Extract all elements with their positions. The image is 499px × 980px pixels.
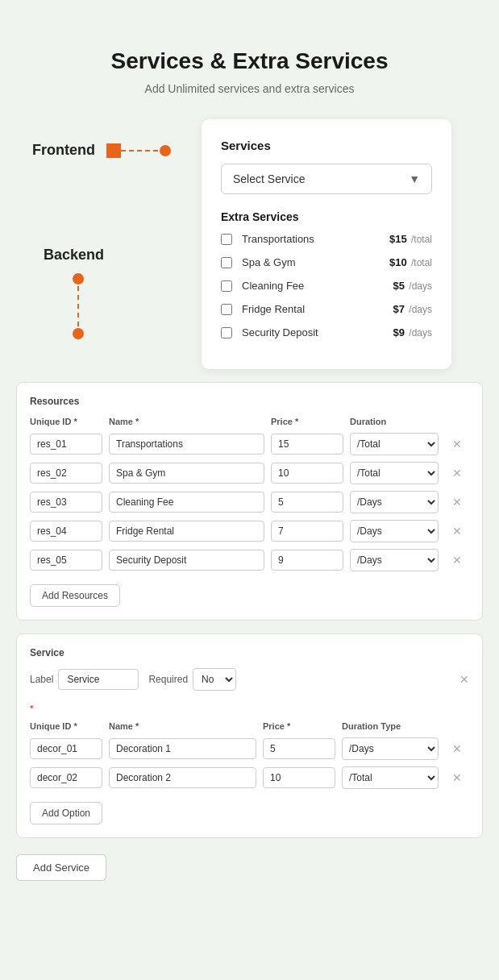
service-label-input[interactable] [58, 669, 139, 690]
extra-service-price-2: $5 [393, 280, 405, 292]
extra-service-item-1: Spa & Gym $10 /total [221, 256, 432, 268]
service-section: Service Label Required No Yes ✕ * Unique… [16, 633, 483, 838]
resources-table-header: Unique ID * Name * Price * Duration [30, 417, 469, 426]
dashed-line-h [121, 150, 158, 152]
extra-service-checkbox-4[interactable] [221, 327, 232, 338]
option-id-0[interactable] [30, 738, 102, 759]
delete-resource-0[interactable]: ✕ [445, 438, 469, 451]
extra-services-title: Extra Services [221, 210, 432, 223]
add-resources-button[interactable]: Add Resources [30, 584, 120, 607]
resource-duration-0[interactable]: /Total /Days [350, 433, 439, 455]
resource-name-0[interactable] [109, 434, 264, 455]
table-row: /Days /Total ✕ [30, 520, 469, 542]
option-name-0[interactable] [109, 738, 256, 759]
svg-point-1 [160, 145, 171, 156]
frontend-dot-left [106, 143, 121, 158]
page-subtitle: Add Unlimited services and extra service… [16, 82, 483, 95]
select-service-label: Select Service [233, 172, 305, 185]
option-col-name: Name * [109, 721, 256, 731]
extra-service-item-4: Security Deposit $9 /days [221, 326, 432, 338]
extra-service-name-4: Security Deposit [242, 326, 393, 338]
extra-service-unit-2: /days [406, 280, 432, 292]
service-header: Label Required No Yes ✕ [30, 668, 469, 691]
service-section-title: Service [30, 647, 469, 658]
delete-resource-2[interactable]: ✕ [445, 496, 469, 509]
resources-col-name: Name * [109, 417, 264, 426]
delete-option-0[interactable]: ✕ [445, 742, 469, 755]
delete-resource-4[interactable]: ✕ [445, 554, 469, 567]
extra-service-name-2: Cleaning Fee [242, 280, 393, 292]
resource-duration-2[interactable]: /Days /Total [350, 491, 439, 513]
page-title: Services & Extra Services [16, 48, 483, 74]
option-duration-0[interactable]: /Days /Total [342, 737, 439, 760]
extra-service-price-0: $15 [389, 233, 407, 245]
extra-service-price-1: $10 [389, 256, 407, 268]
resource-duration-3[interactable]: /Days /Total [350, 520, 439, 542]
services-card: Services Select Service ▼ Extra Services… [202, 119, 451, 369]
resource-id-0[interactable] [30, 434, 102, 455]
extra-service-unit-4: /days [406, 327, 432, 338]
backend-node: Backend [44, 247, 104, 341]
option-price-1[interactable] [263, 767, 335, 788]
resource-duration-1[interactable]: /Total /Days [350, 462, 439, 484]
delete-resource-3[interactable]: ✕ [445, 525, 469, 538]
add-service-button[interactable]: Add Service [16, 854, 106, 881]
extra-service-unit-3: /days [406, 304, 432, 315]
option-name-1[interactable] [109, 767, 256, 788]
option-duration-1[interactable]: /Total /Days [342, 766, 439, 789]
option-col-action [445, 721, 469, 731]
resource-id-4[interactable] [30, 550, 102, 571]
resource-price-3[interactable] [271, 521, 343, 542]
frontend-label: Frontend [32, 142, 95, 159]
table-row: /Total /Days ✕ [30, 462, 469, 484]
resource-duration-4[interactable]: /Days /Total [350, 549, 439, 571]
required-text: Required [148, 674, 188, 685]
page-header: Services & Extra Services Add Unlimited … [0, 0, 499, 119]
resource-price-0[interactable] [271, 434, 343, 455]
option-col-id: Unique ID * [30, 721, 102, 731]
svg-point-0 [108, 145, 119, 156]
extra-service-price-4: $9 [393, 326, 405, 338]
resource-price-1[interactable] [271, 463, 343, 484]
resource-price-2[interactable] [271, 492, 343, 513]
resource-price-4[interactable] [271, 550, 343, 571]
label-text: Label [30, 674, 53, 685]
extra-service-checkbox-0[interactable] [221, 234, 232, 245]
option-table-header: Unique ID * Name * Price * Duration Type [30, 721, 469, 731]
resources-col-duration: Duration [350, 417, 439, 426]
resource-name-1[interactable] [109, 463, 264, 484]
extra-services-list: Transportations $15 /total Spa & Gym $10… [221, 233, 432, 338]
delete-service-button[interactable]: ✕ [459, 673, 469, 686]
select-service-dropdown[interactable]: Select Service ▼ [221, 164, 432, 194]
extra-service-checkbox-2[interactable] [221, 280, 232, 292]
extra-service-unit-0: /total [409, 234, 432, 245]
extra-service-item-3: Fridge Rental $7 /days [221, 303, 432, 315]
extra-service-name-0: Transportations [242, 233, 389, 245]
table-row: /Days /Total ✕ [30, 737, 469, 760]
extra-service-price-3: $7 [393, 303, 405, 315]
resources-section-title: Resources [30, 396, 469, 407]
table-row: /Total /Days ✕ [30, 766, 469, 789]
resource-name-3[interactable] [109, 521, 264, 542]
resources-section: Resources Unique ID * Name * Price * Dur… [16, 382, 483, 621]
extra-service-item-0: Transportations $15 /total [221, 233, 432, 245]
extra-service-checkbox-1[interactable] [221, 257, 232, 268]
required-select[interactable]: No Yes [193, 668, 236, 691]
backend-label: Backend [44, 247, 104, 263]
resources-col-id: Unique ID * [30, 417, 102, 426]
add-option-button[interactable]: Add Option [30, 802, 102, 824]
delete-resource-1[interactable]: ✕ [445, 467, 469, 480]
resource-name-4[interactable] [109, 550, 264, 571]
extra-service-checkbox-3[interactable] [221, 304, 232, 315]
resource-name-2[interactable] [109, 492, 264, 513]
option-price-0[interactable] [263, 738, 335, 759]
delete-option-1[interactable]: ✕ [445, 771, 469, 784]
resource-id-1[interactable] [30, 463, 102, 484]
backend-connector [52, 272, 104, 341]
resource-id-2[interactable] [30, 492, 102, 513]
option-id-1[interactable] [30, 767, 102, 788]
table-row: /Days /Total ✕ [30, 549, 469, 571]
resource-id-3[interactable] [30, 521, 102, 542]
table-row: /Total /Days ✕ [30, 433, 469, 455]
extra-service-unit-1: /total [409, 257, 432, 268]
